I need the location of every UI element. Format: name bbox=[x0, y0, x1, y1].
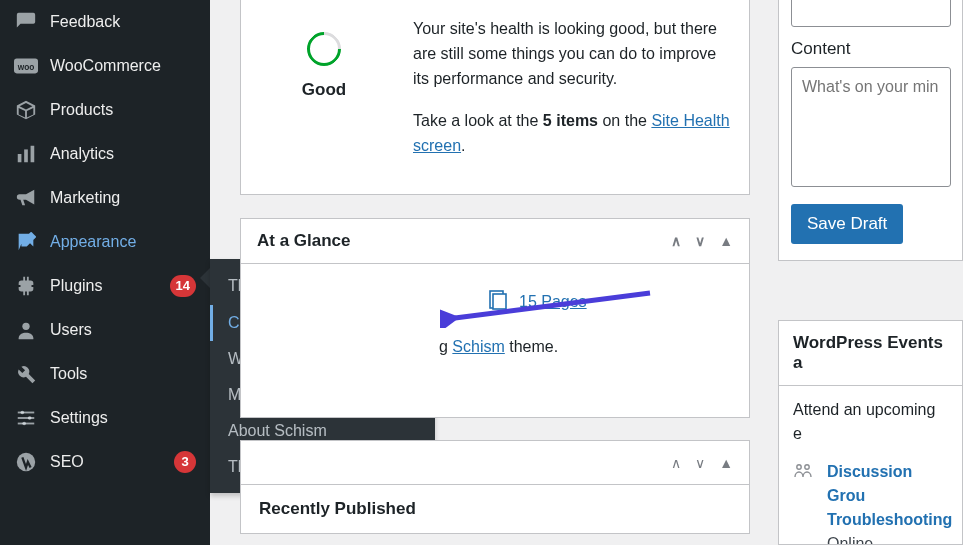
site-health-status: Good bbox=[259, 0, 389, 178]
event-location: Online bbox=[827, 532, 952, 545]
panel-move-down-icon[interactable]: ∨ bbox=[695, 455, 705, 471]
glance-theme-line: g Schism theme. bbox=[259, 338, 731, 356]
panel-move-down-icon[interactable]: ∨ bbox=[695, 233, 705, 249]
recently-published-heading: Recently Published bbox=[241, 485, 749, 533]
sidebar-item-label: WooCommerce bbox=[50, 57, 196, 75]
dashboard-main-column: Good Your site's health is looking good,… bbox=[240, 0, 750, 545]
users-icon bbox=[14, 318, 38, 342]
site-health-panel: Good Your site's health is looking good,… bbox=[240, 0, 750, 195]
draft-title-input[interactable] bbox=[791, 0, 951, 27]
wp-events-panel: WordPress Events a Attend an upcoming e … bbox=[778, 320, 963, 545]
sidebar-item-label: Plugins bbox=[50, 277, 158, 295]
panel-move-up-icon[interactable]: ∧ bbox=[671, 233, 681, 249]
sidebar-item-label: Analytics bbox=[50, 145, 196, 163]
svg-point-11 bbox=[22, 422, 26, 426]
svg-rect-14 bbox=[493, 294, 506, 309]
event-title-link[interactable]: Discussion Grou Troubleshooting bbox=[827, 460, 952, 532]
sidebar-item-label: Appearance bbox=[50, 233, 196, 251]
svg-rect-6 bbox=[18, 412, 35, 414]
meetup-icon bbox=[793, 460, 815, 545]
sidebar-item-label: Feedback bbox=[50, 13, 196, 31]
sidebar-item-marketing[interactable]: Marketing bbox=[0, 176, 210, 220]
at-a-glance-header: At a Glance ∧ ∨ ▲ bbox=[241, 219, 749, 264]
plugins-icon bbox=[14, 274, 38, 298]
sidebar-item-appearance[interactable]: Appearance bbox=[0, 220, 210, 264]
site-health-item-count: 5 items bbox=[543, 112, 598, 129]
save-draft-button[interactable]: Save Draft bbox=[791, 204, 903, 244]
woocommerce-icon: woo bbox=[14, 54, 38, 78]
health-gauge-icon bbox=[300, 25, 348, 73]
wp-events-body: Attend an upcoming e Discussion Grou Tro… bbox=[779, 386, 962, 545]
sidebar-item-woocommerce[interactable]: wooWooCommerce bbox=[0, 44, 210, 88]
panel-toggle-icon[interactable]: ▲ bbox=[719, 233, 733, 249]
wp-events-intro: Attend an upcoming e bbox=[793, 398, 948, 446]
panel-move-up-icon[interactable]: ∧ bbox=[671, 455, 681, 471]
site-health-summary: Your site's health is looking good, but … bbox=[413, 17, 731, 91]
activity-panel: ∧ ∨ ▲ Recently Published bbox=[240, 440, 750, 534]
svg-point-5 bbox=[22, 323, 29, 330]
svg-text:woo: woo bbox=[17, 62, 35, 72]
admin-sidebar: FeedbackwooWooCommerceProductsAnalyticsM… bbox=[0, 0, 210, 545]
sidebar-item-plugins[interactable]: Plugins14 bbox=[0, 264, 210, 308]
activity-panel-header: ∧ ∨ ▲ bbox=[241, 441, 749, 485]
draft-content-label: Content bbox=[791, 39, 962, 59]
at-a-glance-body: 15 Pages g Schism theme. bbox=[241, 264, 749, 370]
at-a-glance-title: At a Glance bbox=[257, 231, 351, 251]
sidebar-item-users[interactable]: Users bbox=[0, 308, 210, 352]
sidebar-item-label: Products bbox=[50, 101, 196, 119]
sidebar-item-label: SEO bbox=[50, 453, 162, 471]
at-a-glance-panel: At a Glance ∧ ∨ ▲ 15 Pages g Schism them… bbox=[240, 218, 750, 418]
svg-point-9 bbox=[21, 411, 25, 415]
svg-rect-7 bbox=[18, 417, 35, 419]
sidebar-item-label: Settings bbox=[50, 409, 196, 427]
update-badge: 14 bbox=[170, 275, 196, 297]
glance-pages-row: 15 Pages bbox=[259, 278, 731, 338]
marketing-icon bbox=[14, 186, 38, 210]
sidebar-item-label: Tools bbox=[50, 365, 196, 383]
site-health-text: Your site's health is looking good, but … bbox=[413, 0, 731, 178]
analytics-icon bbox=[14, 142, 38, 166]
submenu-pointer bbox=[200, 268, 210, 288]
svg-point-16 bbox=[805, 465, 809, 469]
sidebar-item-label: Users bbox=[50, 321, 196, 339]
svg-rect-3 bbox=[24, 149, 28, 162]
dashboard-right-column: Content Save Draft WordPress Events a At… bbox=[778, 0, 963, 545]
panel-toggle-icon[interactable]: ▲ bbox=[719, 455, 733, 471]
sidebar-item-tools[interactable]: Tools bbox=[0, 352, 210, 396]
sidebar-item-settings[interactable]: Settings bbox=[0, 396, 210, 440]
products-icon bbox=[14, 98, 38, 122]
site-health-action-line: Take a look at the 5 items on the Site H… bbox=[413, 109, 731, 159]
settings-icon bbox=[14, 406, 38, 430]
appearance-icon bbox=[14, 230, 38, 254]
sidebar-item-feedback[interactable]: Feedback bbox=[0, 0, 210, 44]
event-item: Discussion Grou Troubleshooting Online bbox=[793, 460, 948, 545]
seo-icon bbox=[14, 450, 38, 474]
svg-point-10 bbox=[28, 416, 32, 420]
pages-count-link[interactable]: 15 Pages bbox=[519, 293, 587, 311]
pages-icon bbox=[489, 290, 507, 314]
theme-name-link[interactable]: Schism bbox=[452, 338, 504, 355]
wp-events-title: WordPress Events a bbox=[779, 321, 962, 386]
sidebar-item-analytics[interactable]: Analytics bbox=[0, 132, 210, 176]
svg-rect-4 bbox=[31, 146, 35, 163]
svg-point-15 bbox=[797, 465, 801, 469]
sidebar-item-seo[interactable]: SEO3 bbox=[0, 440, 210, 484]
svg-rect-2 bbox=[18, 154, 22, 162]
draft-content-textarea[interactable] bbox=[791, 67, 951, 187]
feedback-icon bbox=[14, 10, 38, 34]
panel-controls: ∧ ∨ ▲ bbox=[671, 233, 733, 249]
sidebar-item-label: Marketing bbox=[50, 189, 196, 207]
tools-icon bbox=[14, 362, 38, 386]
site-health-status-label: Good bbox=[302, 80, 346, 100]
quick-draft-panel: Content Save Draft bbox=[778, 0, 963, 261]
sidebar-item-products[interactable]: Products bbox=[0, 88, 210, 132]
update-badge: 3 bbox=[174, 451, 196, 473]
